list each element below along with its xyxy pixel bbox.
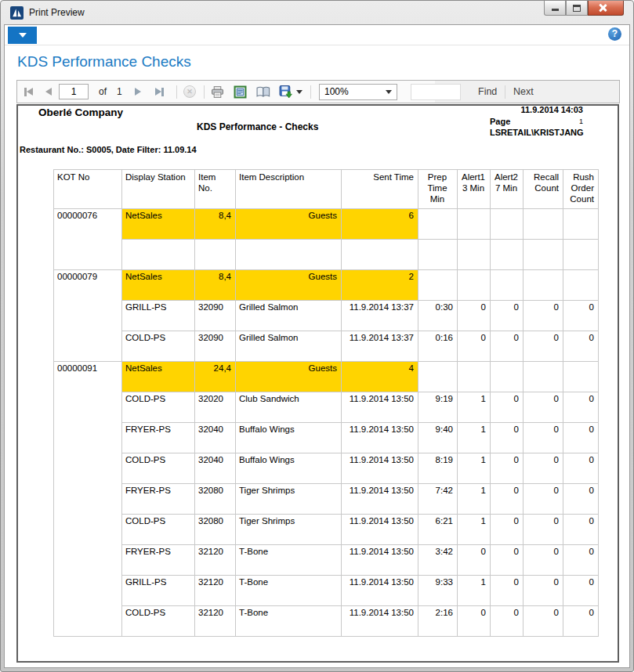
table-cell — [458, 270, 491, 301]
table-cell — [524, 362, 563, 392]
previous-page-button[interactable] — [45, 81, 52, 103]
page-total-label: 1 — [117, 86, 122, 97]
actions-dropdown-button[interactable] — [8, 27, 37, 44]
print-preview-window: Print Preview ? KDS Performance Checks — [0, 0, 634, 672]
toolbar-separator — [176, 85, 177, 99]
table-cell: COLD-PS — [122, 515, 195, 545]
next-page-button[interactable] — [135, 81, 141, 103]
table-cell: FRYER-PS — [122, 484, 195, 515]
zoom-value: 100% — [324, 86, 349, 97]
table-cell: FRYER-PS — [122, 545, 195, 576]
table-cell: T-Bone — [236, 545, 342, 576]
table-cell: 32120 — [195, 606, 236, 637]
report-title: KDS Performance - Checks — [197, 121, 318, 132]
maximize-button[interactable] — [566, 1, 588, 16]
titlebar[interactable]: Print Preview — [1, 1, 633, 24]
table-cell: 32020 — [195, 392, 236, 423]
table-cell: Grilled Salmon — [236, 331, 342, 362]
table-row: FRYER-PS32120T-Bone11.9.2014 13:503:4200… — [54, 545, 599, 576]
current-page-input[interactable] — [59, 84, 89, 99]
table-cell: 0 — [524, 545, 563, 576]
table-cell: 0 — [524, 423, 563, 453]
last-page-button[interactable] — [155, 81, 164, 103]
first-page-button[interactable] — [24, 81, 33, 103]
summary-cell: NetSales — [122, 270, 195, 301]
table-cell — [491, 240, 524, 270]
column-header: Recall Count — [524, 170, 563, 209]
table-cell: 0 — [458, 301, 491, 331]
table-cell: 0 — [524, 576, 563, 606]
table-cell — [122, 240, 195, 270]
table-row: COLD-PS32040Buffalo Wings11.9.2014 13:50… — [54, 453, 599, 484]
maximize-icon — [573, 5, 581, 12]
close-button[interactable] — [588, 1, 624, 16]
table-cell — [236, 240, 342, 270]
table-cell: 0 — [491, 392, 524, 423]
print-layout-button[interactable] — [234, 81, 247, 103]
table-cell: COLD-PS — [122, 606, 195, 637]
table-cell: 0 — [563, 545, 599, 576]
table-cell: 0:16 — [418, 331, 458, 362]
page-title: KDS Performance Checks — [17, 53, 191, 70]
column-header: Item Description — [236, 170, 342, 209]
find-button[interactable]: Find — [478, 86, 497, 97]
table-cell: 0 — [563, 576, 599, 606]
table-cell: 1 — [458, 484, 491, 515]
minimize-button[interactable] — [544, 1, 566, 16]
stop-rendering-button[interactable]: ✕ — [183, 81, 196, 103]
toolbar-separator — [310, 85, 311, 99]
table-cell: 0 — [491, 453, 524, 484]
stop-icon: ✕ — [183, 85, 196, 98]
table-cell: 7:42 — [418, 484, 458, 515]
table-cell: 0 — [491, 515, 524, 545]
table-row: COLD-PS32120T-Bone11.9.2014 13:502:16000… — [54, 606, 599, 637]
column-header: Sent Time — [342, 170, 418, 209]
report-company-name: Oberlé Company — [38, 107, 123, 118]
table-cell: 0 — [524, 606, 563, 637]
table-cell: 0 — [491, 484, 524, 515]
table-cell: 11.9.2014 13:50 — [342, 515, 418, 545]
find-input[interactable] — [411, 84, 461, 100]
table-cell: 0 — [524, 301, 563, 331]
table-cell — [491, 209, 524, 240]
table-cell: 9:40 — [418, 423, 458, 453]
help-icon[interactable]: ? — [608, 27, 621, 41]
last-page-icon — [155, 88, 161, 96]
export-button[interactable] — [279, 81, 303, 103]
printer-icon — [211, 85, 224, 99]
table-cell: 0 — [524, 392, 563, 423]
table-row: COLD-PS32080Tiger Shrimps11.9.2014 13:50… — [54, 515, 599, 545]
next-button[interactable]: Next — [513, 86, 534, 97]
table-cell: 6:21 — [418, 515, 458, 545]
table-cell: 0 — [563, 515, 599, 545]
table-cell: 11.9.2014 13:50 — [342, 484, 418, 515]
table-cell: 32090 — [195, 301, 236, 331]
table-row: COLD-PS32090Grilled Salmon11.9.2014 13:3… — [54, 331, 599, 362]
table-cell: 11.9.2014 13:50 — [342, 545, 418, 576]
table-cell: 0 — [563, 484, 599, 515]
toolbar-separator — [505, 85, 505, 99]
table-cell: 32080 — [195, 484, 236, 515]
table-cell — [491, 362, 524, 392]
table-cell: 11.9.2014 13:50 — [342, 423, 418, 453]
table-cell: 8:19 — [418, 453, 458, 484]
column-header: Prep Time Min — [418, 170, 458, 209]
table-cell: 1 — [458, 576, 491, 606]
table-cell: 1 — [458, 392, 491, 423]
table-cell: 0 — [458, 331, 491, 362]
table-cell: 32120 — [195, 576, 236, 606]
table-cell: 0 — [491, 301, 524, 331]
zoom-select[interactable]: 100% — [319, 84, 397, 100]
table-cell: 0 — [524, 515, 563, 545]
page-setup-button[interactable] — [256, 81, 270, 103]
table-cell — [342, 240, 418, 270]
table-cell: GRILL-PS — [122, 301, 195, 331]
table-cell — [195, 240, 236, 270]
table-cell: Grilled Salmon — [236, 301, 342, 331]
table-cell: 9:33 — [418, 576, 458, 606]
minimize-icon — [552, 9, 559, 11]
table-cell — [524, 270, 563, 301]
print-button[interactable] — [211, 81, 224, 103]
table-cell — [418, 240, 458, 270]
table-cell: Tiger Shrimps — [236, 484, 342, 515]
